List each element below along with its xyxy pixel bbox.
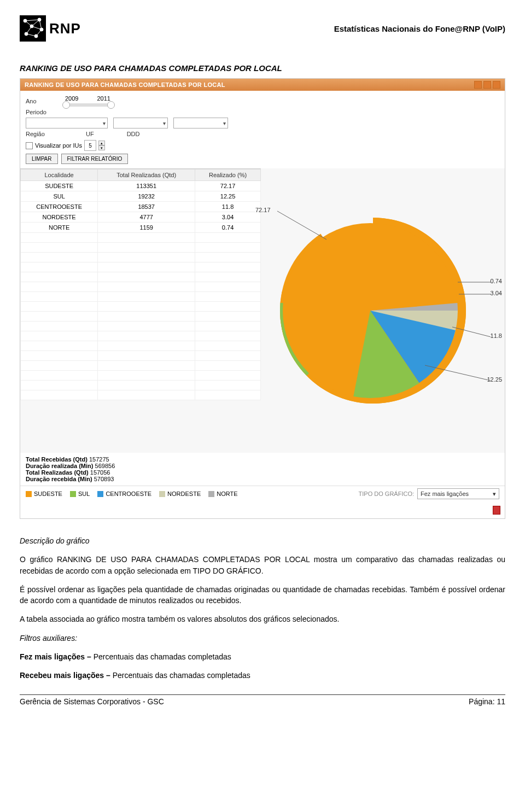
- table-row: [21, 371, 261, 381]
- table-row: [21, 331, 261, 341]
- filtros-heading: Filtros auxiliares:: [20, 633, 505, 644]
- filtrar-button[interactable]: FILTRAR RELATÓRIO: [61, 154, 129, 164]
- uf-dropdown[interactable]: [113, 118, 168, 128]
- restore-icon[interactable]: [483, 81, 491, 89]
- table-row: CENTROOESTE1853711.8: [21, 202, 261, 212]
- tipo-grafico-label: TIPO DO GRÁFICO:: [359, 490, 414, 497]
- footer-right: Página: 11: [469, 697, 505, 706]
- legend: SUDESTE SUL CENTROOESTE NORDESTE NORTE T…: [20, 486, 505, 504]
- table-row: [21, 272, 261, 282]
- panel-header: RANKING DE USO PARA CHAMADAS COMPLETADAS…: [20, 79, 505, 91]
- visualizar-ius-checkbox[interactable]: [26, 142, 33, 149]
- table-row: NORTE11590.74: [21, 223, 261, 233]
- table-row: [21, 262, 261, 272]
- table-row: [21, 381, 261, 390]
- col-realizado-pct[interactable]: Realizado (%): [195, 170, 261, 181]
- totals-block: Total Recebidas (Qtd) 157275 Duração rea…: [20, 453, 505, 486]
- ddd-label: DDD: [127, 131, 140, 137]
- close-icon[interactable]: [493, 81, 500, 89]
- visualizar-ius-label: Visualizar por IUs: [35, 142, 82, 149]
- uf-label: UF: [86, 131, 94, 137]
- table-row: [21, 292, 261, 302]
- paragraph: O gráfico RANKING DE USO PARA CHAMADAS C…: [20, 554, 505, 576]
- table-row: [21, 361, 261, 371]
- footer-left: Gerência de Sistemas Corporativos - GSC: [20, 697, 164, 706]
- regiao-dropdown[interactable]: [26, 118, 108, 128]
- periodo-label: Periodo: [26, 109, 53, 115]
- table-row: [21, 243, 261, 253]
- col-total-realizadas[interactable]: Total Realizadas (Qtd): [98, 170, 195, 181]
- svg-line-10: [26, 26, 32, 34]
- table-row: [21, 282, 261, 292]
- table-row: [21, 341, 261, 351]
- svg-line-18: [452, 327, 491, 337]
- filter-controls: Ano 2009 2011 Periodo Região UF: [20, 91, 505, 168]
- swatch-norte: [208, 491, 214, 497]
- minimize-icon[interactable]: [474, 81, 482, 89]
- swatch-nordeste: [159, 491, 165, 497]
- spin-down-icon[interactable]: ▾: [98, 145, 105, 150]
- svg-line-12: [36, 30, 42, 36]
- table-row: [21, 253, 261, 262]
- table-row: SUDESTE11335172.17: [21, 181, 261, 191]
- table-row: NORDESTE47773.04: [21, 212, 261, 223]
- table-row: [21, 322, 261, 331]
- svg-line-9: [32, 26, 42, 30]
- swatch-sudeste: [26, 491, 32, 497]
- logo-icon: [20, 15, 46, 42]
- page-header-title: Estatísticas Nacionais do Fone@RNP (VoIP…: [334, 24, 505, 33]
- swatch-centrooeste: [97, 491, 103, 497]
- ddd-dropdown[interactable]: [173, 118, 228, 128]
- descricao-heading: Descrição do gráfico: [20, 535, 505, 546]
- data-table: Localidade Total Realizadas (Qtd) Realiz…: [20, 169, 261, 400]
- paragraph: A tabela associada ao gráfico mostra tam…: [20, 614, 505, 624]
- svg-line-6: [25, 20, 39, 21]
- pie-chart: 72.17 0.74 3.04 11.8 12.25: [261, 168, 505, 453]
- svg-line-7: [25, 21, 32, 26]
- svg-line-8: [32, 20, 39, 26]
- year-slider[interactable]: 2009 2011: [64, 95, 113, 107]
- table-row: [21, 351, 261, 361]
- swatch-sul: [70, 491, 76, 497]
- svg-line-19: [425, 365, 491, 381]
- limpar-button[interactable]: LIMPAR: [26, 154, 58, 164]
- section-title: RANKING DE USO PARA CHAMADAS COMPLETADAS…: [20, 63, 505, 73]
- ius-count-input[interactable]: 5: [84, 140, 96, 151]
- logo-text: RNP: [49, 20, 81, 37]
- svg-line-15: [277, 211, 326, 239]
- panel-title: RANKING DE USO PARA CHAMADAS COMPLETADAS…: [25, 81, 225, 88]
- ano-label: Ano: [26, 98, 53, 104]
- table-row: [21, 302, 261, 312]
- table-row: [21, 390, 261, 400]
- col-localidade[interactable]: Localidade: [21, 170, 98, 181]
- table-row: SUL1923212.25: [21, 191, 261, 202]
- export-pdf-icon[interactable]: [493, 506, 500, 515]
- table-row: [21, 233, 261, 243]
- report-panel: RANKING DE USO PARA CHAMADAS COMPLETADAS…: [20, 78, 505, 519]
- table-row: [21, 312, 261, 322]
- paragraph: É possível ordenar as ligações pela quan…: [20, 584, 505, 606]
- logo: RNP: [20, 15, 81, 42]
- regiao-label: Região: [26, 131, 53, 137]
- page-footer: Gerência de Sistemas Corporativos - GSC …: [20, 694, 505, 706]
- tipo-grafico-dropdown[interactable]: Fez mais ligações▾: [417, 488, 499, 499]
- spin-up-icon[interactable]: ▴: [98, 141, 105, 145]
